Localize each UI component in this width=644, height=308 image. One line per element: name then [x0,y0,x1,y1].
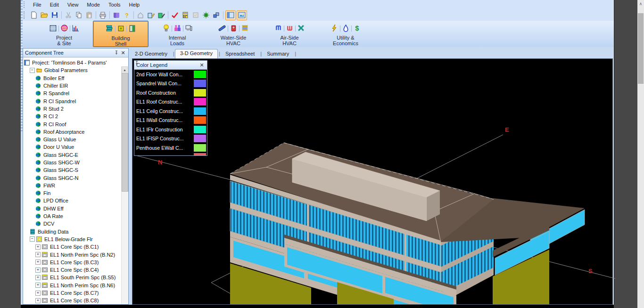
tab-spreadsheet[interactable]: Spreadsheet [221,50,259,58]
close-icon[interactable]: ✕ [120,49,126,56]
close-icon[interactable]: ✕ [198,62,205,68]
scroll-up-icon[interactable]: ▲ [122,66,128,73]
save-icon[interactable] [50,11,59,20]
tree-item[interactable]: +EL1 Core Spc (B.C4) [24,266,121,274]
copy-icon[interactable] [74,11,83,20]
people-icon[interactable] [173,24,182,33]
tree-item[interactable]: Glass SHGC-W [24,159,121,166]
building-wizard-icon[interactable] [157,11,166,20]
ribbon-group-internal-loads[interactable]: InternalLoads [150,21,205,47]
page-scrollbar-thumb[interactable] [638,13,644,84]
tree-item[interactable]: Door U Value [24,143,121,151]
tree-item[interactable]: −Global Parameters [24,66,121,74]
ribbon-group-project-site[interactable]: Project& Site [37,21,91,47]
tree-item[interactable]: +EL1 Core Spc (B.C7) [24,289,121,297]
pin-icon[interactable] [113,49,120,56]
expand-icon[interactable]: + [35,291,41,296]
home-icon[interactable] [136,11,145,20]
tree-item[interactable]: DHW Eff [24,205,121,212]
expand-icon[interactable]: + [35,283,41,288]
bolt-icon[interactable] [330,24,339,33]
chart-icon[interactable] [72,24,80,33]
tree-item[interactable]: R CI Spandrel [24,97,121,105]
expand-icon[interactable]: + [35,259,41,265]
tree-item[interactable]: FWR [24,182,121,189]
menu-item-file[interactable]: File [29,1,46,8]
computer-icon[interactable] [185,24,193,33]
tree-item[interactable]: R CI Roof [24,120,121,128]
calculator-icon[interactable] [181,11,190,20]
ribbon-group-water-side-hvac[interactable]: Water-SideHVAC [206,21,261,47]
tree-item[interactable]: Glass SHGC-S [24,166,121,174]
menu-item-edit[interactable]: Edit [46,1,63,8]
ribbon-group-air-side-hvac[interactable]: Air-SideHVAC [262,21,317,47]
dollar-icon[interactable]: $ [353,24,361,33]
tree-scrollbar[interactable]: ▲ [121,66,128,304]
tree-item[interactable]: Fin [24,189,121,197]
new-document-icon[interactable] [29,11,39,20]
drop-icon[interactable] [342,24,350,33]
tree-item[interactable]: R Stud 2 [24,105,121,113]
help-question-icon[interactable]: ? [122,11,132,20]
pipe-icon[interactable] [218,24,226,33]
page-scrollbar[interactable]: ∧ [637,0,644,308]
tree-item[interactable]: OA Rate [24,212,121,220]
viewport-3d[interactable]: N E S Color Legend ✕ 2nd Floor Wall Con.… [132,58,613,305]
expand-icon[interactable]: + [35,298,41,303]
collapse-icon[interactable]: − [30,68,35,73]
expand-icon[interactable]: + [35,267,41,273]
fan-x-icon[interactable] [297,24,305,33]
tree-item[interactable]: R Spandrel [24,89,121,97]
scroll-up-icon[interactable]: ∧ [637,0,644,8]
tree-item[interactable]: Glass SHGC-E [24,151,121,159]
tree-item[interactable]: Boiler Eff [24,74,121,82]
check-icon[interactable] [170,11,180,20]
print-icon[interactable] [98,11,107,20]
expand-icon[interactable]: + [35,252,41,257]
shell-box-icon[interactable] [117,24,125,33]
tab-summary[interactable]: Summary [262,50,294,58]
tree-item[interactable]: Roof Absorptance [24,128,121,136]
tree-item[interactable]: +EL1 North Perim Spc (B.N2) [24,251,121,258]
ribbon-group-building-shell[interactable]: BuildingShell [93,21,149,47]
menu-item-mode[interactable]: Mode [83,1,104,8]
site-globe-icon[interactable] [60,24,68,33]
shell-door-icon[interactable] [128,24,136,33]
tab-3-d-geometry[interactable]: 3-D Geometry [175,49,218,58]
tree-scrollbar-thumb[interactable] [122,73,128,192]
help-book-icon[interactable] [112,11,121,20]
shell-stack-icon[interactable] [106,24,114,33]
tab-2-d-geometry[interactable]: 2-D Geometry [130,50,172,58]
coil-blue-icon[interactable] [274,24,282,33]
menu-item-view[interactable]: View [63,1,83,8]
open-folder-icon[interactable] [40,11,49,20]
tree-item[interactable]: +EL1 Core Spc (B.C1) [24,243,121,251]
tree-item[interactable]: Chiller EIR [24,82,121,89]
cut-icon[interactable] [64,11,73,20]
tree-item[interactable]: +EL1 North Perim Spc (B.N6) [24,282,121,289]
paste-icon[interactable] [84,11,94,20]
menu-item-tools[interactable]: Tools [104,1,125,8]
tree-item[interactable]: LPD Office [24,197,121,204]
tree-item[interactable]: Building Data [24,228,121,235]
panel-image-icon[interactable] [237,10,247,20]
panel-left-icon[interactable] [225,10,236,20]
tree-item[interactable]: R CI 2 [24,113,121,120]
tree-item[interactable]: Project: 'Tomlinson B4 - Params' [24,59,121,66]
tree-item[interactable]: +EL1 Core Spc (B.C8) [24,297,121,304]
tree-item[interactable]: −EL1 Below-Grade Flr [24,235,121,243]
tree-item[interactable]: +EL1 South Perim Spc (B.S5) [24,274,121,281]
pin-icon[interactable] [192,62,198,68]
coil-stack-icon[interactable] [241,24,249,33]
ribbon-group-utility-economics[interactable]: $Utility &Economics [318,21,373,47]
coil-red-icon[interactable] [286,24,294,33]
simulate-icon[interactable] [201,11,211,20]
menu-item-help[interactable]: Help [125,1,144,8]
building-edit-icon[interactable] [146,11,156,20]
bulb-icon[interactable] [162,24,170,33]
expand-icon[interactable]: + [35,244,41,250]
tank-icon[interactable] [230,24,238,33]
tree-item[interactable]: DCV [24,220,121,227]
collapse-icon[interactable]: − [30,236,35,242]
tree-item[interactable]: Glass U Value [24,136,121,143]
